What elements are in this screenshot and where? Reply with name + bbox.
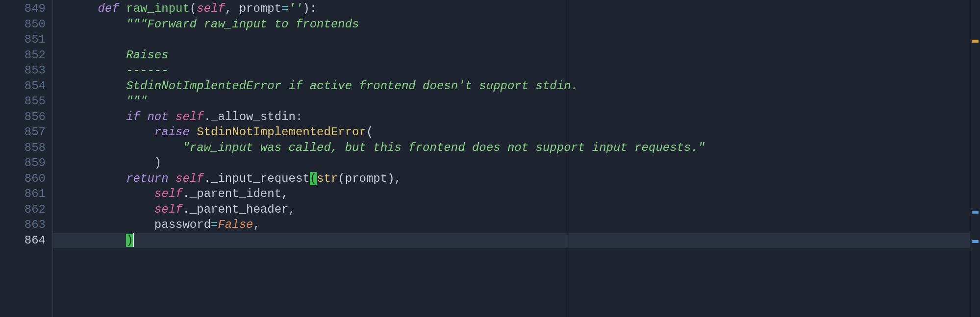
line-number: 852 (0, 48, 46, 63)
line-number: 857 (0, 124, 46, 140)
code-line[interactable]: self._parent_header, (53, 202, 980, 218)
code-token: . (204, 110, 211, 123)
line-number: 863 (0, 217, 46, 233)
code-token: raw_input (126, 2, 190, 15)
code-token: ): (302, 2, 317, 15)
code-token: _input_request (211, 172, 310, 185)
line-number: 864 (0, 233, 46, 248)
code-editor[interactable]: 8498508518528538548558568578588598608618… (0, 0, 980, 317)
code-token: = (211, 218, 218, 231)
editor-ruler (568, 0, 568, 317)
scrollbar-marker-info (972, 211, 979, 214)
code-token: StdinNotImplentedError if active fronten… (126, 79, 578, 93)
code-token: self (176, 110, 204, 123)
code-token: self (154, 203, 183, 216)
code-token (140, 110, 147, 123)
code-token: ), (387, 172, 402, 185)
code-token: ------ (126, 64, 168, 77)
code-line[interactable]: StdinNotImplentedError if active fronten… (53, 78, 980, 94)
code-token: raise (154, 125, 190, 139)
code-line[interactable]: ------ (53, 63, 980, 78)
code-token: ( (366, 125, 373, 139)
line-number-gutter: 8498508518528538548558568578588598608618… (0, 0, 53, 317)
code-line[interactable]: raise StdinNotImplementedError( (53, 124, 980, 140)
code-line[interactable]: Raises (53, 48, 980, 63)
code-token (70, 172, 126, 185)
code-line[interactable]: password=False, (53, 217, 980, 233)
line-number: 854 (0, 78, 46, 94)
text-cursor (133, 233, 134, 247)
line-number: 860 (0, 171, 46, 187)
code-token (70, 141, 182, 154)
code-line[interactable]: ) (53, 233, 980, 248)
code-line[interactable]: return self._input_request(str(prompt), (53, 171, 980, 187)
line-number: 851 (0, 32, 46, 48)
code-token: _parent_ident (190, 187, 281, 200)
code-token: ) (126, 234, 133, 247)
code-token: . (204, 172, 211, 185)
code-token: , (253, 218, 260, 231)
code-line[interactable]: def raw_input(self, prompt=''): (53, 1, 980, 17)
code-token (70, 49, 126, 62)
code-token: Raises (126, 49, 168, 62)
code-token: prompt (345, 172, 387, 185)
code-token (169, 110, 176, 123)
line-number: 849 (0, 1, 46, 17)
code-token: . (182, 187, 189, 200)
code-token: _allow_stdin (211, 110, 296, 123)
line-number: 862 (0, 202, 46, 218)
code-token: '' (289, 2, 303, 15)
code-token: : (296, 110, 302, 123)
line-number: 858 (0, 140, 46, 156)
code-token (70, 156, 154, 170)
code-token: "raw_input was called, but this frontend… (182, 141, 705, 154)
scrollbar-marker-info (972, 240, 979, 243)
line-number: 859 (0, 155, 46, 171)
code-token: StdinNotImplementedError (197, 125, 366, 139)
code-line[interactable] (53, 32, 980, 48)
code-line[interactable]: "raw_input was called, but this frontend… (53, 140, 980, 156)
code-token (70, 95, 126, 108)
code-token: """ (126, 95, 147, 108)
code-token: ( (190, 2, 197, 15)
code-token: ) (154, 156, 161, 170)
code-token (190, 125, 197, 139)
line-number: 855 (0, 94, 46, 109)
code-token (70, 110, 126, 123)
vertical-scrollbar[interactable] (970, 0, 980, 317)
code-token: False (218, 218, 253, 231)
code-line[interactable]: if not self._allow_stdin: (53, 109, 980, 125)
code-token (70, 203, 154, 216)
code-token (70, 125, 154, 139)
code-token: _parent_header (190, 203, 289, 216)
code-token: = (281, 2, 288, 15)
code-token (70, 18, 126, 31)
code-token (70, 218, 154, 231)
line-number: 853 (0, 63, 46, 78)
code-line[interactable]: """ (53, 94, 980, 109)
code-line[interactable]: ) (53, 155, 980, 171)
code-token: password (154, 218, 211, 231)
code-token: self (154, 187, 183, 200)
code-line[interactable]: self._parent_ident, (53, 186, 980, 202)
code-token (70, 234, 126, 247)
line-number: 850 (0, 17, 46, 32)
code-token: , (288, 203, 295, 216)
code-token: , (225, 2, 239, 15)
code-token (70, 64, 126, 77)
code-token: self (197, 2, 225, 15)
code-text-area[interactable]: def raw_input(self, prompt=''): """Forwa… (53, 0, 980, 317)
code-line[interactable]: """Forward raw_input to frontends (53, 17, 980, 32)
code-token (70, 187, 154, 200)
line-number: 856 (0, 109, 46, 125)
code-token (70, 79, 126, 93)
code-token (119, 2, 126, 15)
code-token: ( (338, 172, 345, 185)
code-token: str (317, 172, 338, 185)
code-token (70, 2, 98, 15)
scrollbar-marker-warning (972, 40, 979, 43)
code-token: prompt (239, 2, 281, 15)
line-number: 861 (0, 186, 46, 202)
code-token: ( (310, 172, 317, 185)
code-token: not (147, 110, 168, 123)
